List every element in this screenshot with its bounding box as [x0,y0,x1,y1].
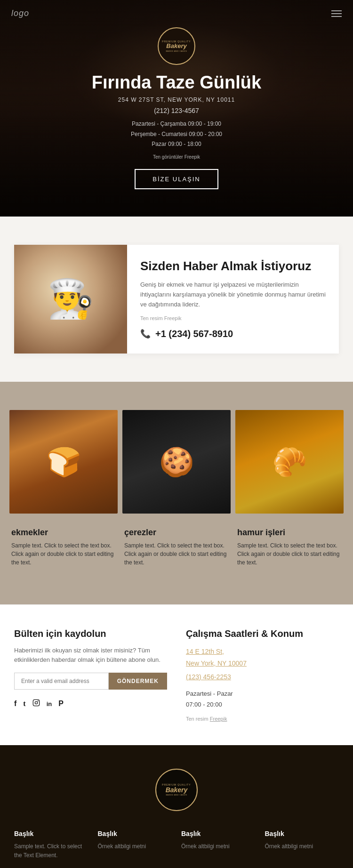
product-desc-pastry: Sample text. Click to select the text bo… [237,541,342,567]
baker-image [14,245,127,354]
products-text-grid: ekmekler Sample text. Click to select th… [9,528,344,576]
product-name-bread: ekmekler [11,528,116,538]
hero-content: PREMIUM QUALITY Bakery BAKED AND CAKES F… [73,27,280,189]
footer-col-3-text: Örnek altbilgi metni [181,842,256,851]
linkedin-icon[interactable]: in [47,700,52,707]
cookies-visual [122,410,231,514]
facebook-icon[interactable]: f [14,699,16,708]
footer-columns: Başlık Sample text. Click to select the … [14,830,339,860]
logo: logo [11,8,29,18]
hero-address: 254 W 27ST ST, NEW YORK, NY 10011 [92,96,261,103]
footer-col-2: Başlık Örnek altbilgi metni [98,830,172,860]
product-name-cookies: çerezler [124,528,229,538]
product-item-pastry: hamur işleri Sample text. Click to selec… [235,528,344,567]
product-item-cookies: çerezler Sample text. Click to select th… [122,528,231,567]
footer-col-4-text: Örnek altbilgi metni [265,842,339,851]
product-image-pastry [235,410,344,514]
hours-photo-credit: Ten resim Freepik [186,716,339,722]
hours-phone: (123) 456-2253 [186,673,339,681]
cta-button[interactable]: BİZE ULAŞIN [135,169,218,189]
hours-address: 14 E 12th St, New York, NY 10007 [186,646,339,669]
newsletter-hours-section: Bülten için kaydolun Haberimizi ilk okuy… [0,604,353,745]
svg-rect-0 [33,700,39,706]
hero-section: PREMIUM QUALITY Bakery BAKED AND CAKES F… [0,0,353,217]
phone-icon: 📞 [140,329,151,339]
hours-schedule: Pazartesi - Pazar 07:00 - 20:00 [186,688,339,710]
pastry-visual [235,410,344,514]
hero-hours: Pazartesi - Çarşamba 09:00 - 19:00 Perşe… [92,119,261,150]
footer-col-2-title: Başlık [98,830,172,837]
menu-button[interactable] [331,10,342,17]
footer-col-4-title: Başlık [265,830,339,837]
newsletter-column: Bülten için kaydolun Haberimizi ilk okuy… [14,628,167,722]
product-image-bread [9,410,118,514]
about-photo-credit: Ten resim Freepik [140,315,326,321]
newsletter-title: Bülten için kaydolun [14,628,167,639]
header: logo [0,0,353,27]
footer: PREMIUM QUALITY Bakery BAKED AND CAKES B… [0,745,353,868]
pinterest-icon[interactable]: P [58,699,64,708]
twitter-icon[interactable]: t [23,699,25,708]
product-item-bread: ekmekler Sample text. Click to select th… [9,528,118,567]
hero-title: Fırında Taze Günlük [92,72,261,93]
footer-col-1-title: Başlık [14,830,88,837]
footer-col-1-text: Sample text. Click to select the Text El… [14,842,88,860]
about-section: Sizden Haber Almak İstiyoruz Geniş bir e… [0,217,353,382]
product-image-cookies [122,410,231,514]
products-grid [9,410,344,514]
instagram-icon[interactable] [32,699,40,708]
svg-point-1 [35,702,37,704]
about-title: Sizden Haber Almak İstiyoruz [140,259,326,273]
hours-title: Çalışma Saatleri & Konum [186,628,339,639]
email-input[interactable] [14,673,109,690]
newsletter-description: Haberimizi ilk okuyan siz olmak ister mi… [14,646,167,666]
product-desc-cookies: Sample text. Click to select the text bo… [124,541,229,567]
bakery-badge: PREMIUM QUALITY Bakery BAKED AND CAKES [158,27,195,65]
hero-phone: (212) 123-4567 [92,107,261,114]
product-name-pastry: hamur işleri [237,528,342,538]
newsletter-form: GÖNDERMEK [14,673,167,690]
about-card: Sizden Haber Almak İstiyoruz Geniş bir e… [14,245,339,354]
products-section: ekmekler Sample text. Click to select th… [0,382,353,604]
footer-col-3-title: Başlık [181,830,256,837]
footer-col-2-text: Örnek altbilgi metni [98,842,172,851]
about-image [14,245,127,354]
subscribe-button[interactable]: GÖNDERMEK [109,673,167,690]
footer-badge: PREMIUM QUALITY Bakery BAKED AND CAKES [155,769,198,811]
footer-col-4: Başlık Örnek altbilgi metni [265,830,339,860]
product-desc-bread: Sample text. Click to select the text bo… [11,541,116,567]
hours-column: Çalışma Saatleri & Konum 14 E 12th St, N… [186,628,339,722]
about-description: Geniş bir ekmek ve hamur işi yelpazesi v… [140,280,326,309]
freepik-link[interactable]: Freepik [210,716,227,722]
social-links: f t in P [14,699,167,708]
footer-badge-wrap: PREMIUM QUALITY Bakery BAKED AND CAKES [14,769,339,811]
hero-photo-credit: Ten görüntüler Freepik [92,154,261,160]
about-text-content: Sizden Haber Almak İstiyoruz Geniş bir e… [127,245,339,354]
about-phone: 📞 +1 (234) 567-8910 [140,329,326,339]
svg-point-2 [37,701,38,702]
footer-col-1: Başlık Sample text. Click to select the … [14,830,88,860]
footer-col-3: Başlık Örnek altbilgi metni [181,830,256,860]
bread-visual [9,410,118,514]
